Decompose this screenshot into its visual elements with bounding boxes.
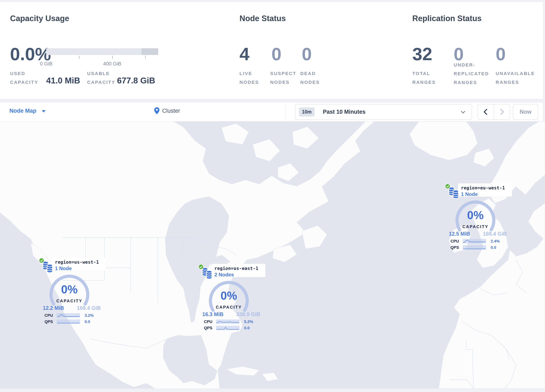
used-capacity-value: 41.0 MiB: [46, 76, 80, 85]
cpu-sparkline: [463, 239, 486, 243]
qps-sparkline: [57, 319, 80, 324]
database-stack-icon: [42, 261, 53, 273]
time-forward-button[interactable]: [494, 104, 510, 119]
capacity-bar: [46, 48, 158, 55]
replication-status-title: Replication Status: [412, 14, 482, 23]
region-name: region=eu-west-1: [461, 186, 505, 190]
cpu-value: 5.2%: [244, 319, 253, 324]
unavailable-value: 0: [496, 45, 506, 63]
cpu-label: CPU: [44, 313, 53, 318]
qps-sparkline: [463, 245, 486, 250]
qps-sparkline: [216, 326, 240, 330]
time-pager: [478, 104, 510, 120]
qps-label: QPS: [451, 245, 459, 250]
dead-nodes-value: 0: [302, 45, 312, 63]
world-map: [0, 121, 545, 388]
node-map-canvas[interactable]: region=us-west-1 1 Node 0% CAPACITY 12.2…: [0, 121, 545, 388]
used-capacity: 12.2 MiB: [43, 305, 64, 311]
breadcrumb[interactable]: Cluster: [154, 107, 180, 115]
used-capacity: 12.5 MiB: [449, 231, 470, 237]
axis-tick: [79, 56, 79, 59]
capacity-percent: 0.0%: [10, 45, 51, 63]
region-name: region=us-east-1: [214, 266, 258, 271]
chevron-down-icon: [460, 109, 466, 115]
total-ranges-label: TOTAL RANGES: [412, 69, 436, 87]
capacity-percent: 0%: [39, 284, 100, 295]
cluster-summary-panel: Capacity Usage 0.0% 0 GiB 400 GiB USED C…: [0, 2, 543, 99]
capacity-bar-segment: [142, 48, 158, 55]
qps-label: QPS: [44, 319, 53, 324]
node-count: 2 Nodes: [214, 272, 234, 278]
cpu-sparkline: [216, 319, 240, 324]
usable-capacity: 169.4 GiB: [77, 305, 101, 311]
cpu-label: CPU: [451, 239, 459, 243]
capacity-usage-title: Capacity Usage: [10, 14, 69, 23]
capacity-label: CAPACITY: [198, 305, 260, 310]
chevron-down-icon: [42, 110, 46, 112]
time-range-dropdown[interactable]: 10m Past 10 Minutes: [295, 104, 472, 120]
under-replicated-label: UNDER- REPLICATED RANGES: [454, 61, 489, 87]
live-nodes-value: 4: [240, 45, 249, 63]
qps-label: QPS: [204, 326, 212, 330]
usable-capacity: 338.9 GiB: [236, 311, 260, 317]
cpu-value: 2.4%: [491, 239, 500, 243]
axis-tick: [145, 56, 146, 59]
axis-tick: [46, 56, 46, 59]
node-count: 1 Node: [55, 266, 72, 271]
node-count: 1 Node: [461, 191, 478, 197]
suspect-nodes-label: SUSPECT NODES: [270, 69, 296, 87]
region-name: region=us-west-1: [55, 260, 99, 265]
region-marker-eu-west-1[interactable]: region=eu-west-1 1 Node 0% CAPACITY 12.5…: [445, 183, 512, 253]
node-status-title: Node Status: [240, 14, 286, 23]
region-marker-us-east-1[interactable]: region=us-east-1 2 Nodes 0% CAPACITY 16.…: [198, 264, 265, 333]
view-selector-dropdown[interactable]: Node Map: [9, 108, 46, 114]
cpu-sparkline: [57, 313, 80, 317]
qps-value: 0.0: [85, 319, 90, 324]
usable-capacity-label: USABLE CAPACITY: [87, 69, 115, 87]
total-ranges-value: 32: [412, 45, 432, 63]
cpu-value: 3.2%: [85, 313, 94, 318]
under-replicated-value: 0: [454, 45, 464, 63]
qps-value: 0.0: [244, 326, 249, 330]
database-stack-icon: [201, 267, 213, 279]
qps-value: 0.0: [491, 245, 496, 250]
map-toolbar: Node Map Cluster 10m Past 10 Minutes Now: [0, 102, 543, 121]
region-marker-us-west-1[interactable]: region=us-west-1 1 Node 0% CAPACITY 12.2…: [39, 258, 106, 327]
time-range-label: Past 10 Minutes: [323, 109, 365, 115]
toolbar-divider: [286, 104, 286, 120]
usable-capacity: 169.4 GiB: [483, 231, 507, 237]
suspect-nodes-value: 0: [272, 45, 281, 63]
capacity-percent: 0%: [445, 210, 506, 221]
unavailable-label: UNAVAILABLE RANGES: [496, 69, 535, 87]
now-button[interactable]: Now: [513, 104, 538, 120]
cpu-label: CPU: [204, 319, 212, 324]
view-selector-label: Node Map: [9, 108, 36, 114]
axis-tick-label: 0 GiB: [40, 61, 52, 67]
capacity-label: CAPACITY: [445, 224, 506, 229]
time-range-badge: 10m: [299, 107, 315, 117]
chevron-right-icon: [498, 108, 506, 116]
breadcrumb-label: Cluster: [162, 108, 180, 114]
capacity-label: CAPACITY: [39, 299, 100, 303]
capacity-percent: 0%: [198, 290, 260, 301]
usable-capacity-value: 677.8 GiB: [117, 76, 155, 85]
map-pin-icon: [154, 107, 160, 115]
used-capacity-label: USED CAPACITY: [10, 69, 38, 87]
dead-nodes-label: DEAD NODES: [300, 69, 320, 87]
database-stack-icon: [448, 186, 459, 199]
used-capacity: 16.3 MiB: [202, 311, 223, 317]
axis-tick-label: 400 GiB: [103, 61, 121, 67]
chevron-left-icon: [482, 108, 490, 116]
live-nodes-label: LIVE NODES: [240, 69, 259, 87]
time-back-button[interactable]: [478, 104, 494, 119]
axis-tick: [112, 56, 113, 59]
